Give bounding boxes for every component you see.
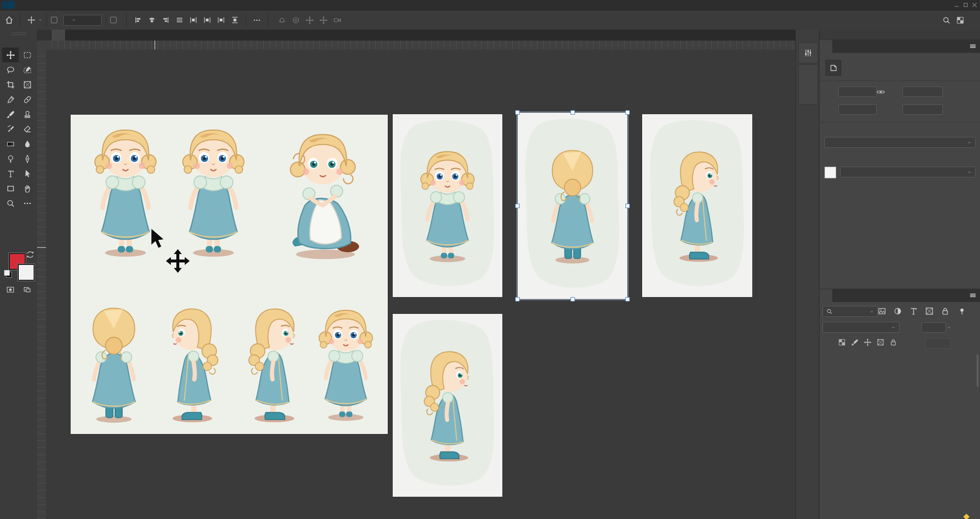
- home-icon[interactable]: [2, 14, 16, 27]
- background-color-swatch[interactable]: [18, 264, 35, 281]
- layer-filter-kind-dropdown[interactable]: [822, 306, 878, 317]
- align-center-horizontal-icon[interactable]: [145, 14, 159, 27]
- filter-smart-object-icon[interactable]: [941, 307, 949, 315]
- maximize-button-icon[interactable]: [963, 2, 968, 7]
- tab-channels[interactable]: [832, 289, 845, 302]
- toolbar-grip[interactable]: [11, 33, 26, 35]
- lock-all-icon[interactable]: [890, 339, 897, 346]
- more-options-icon[interactable]: [250, 14, 264, 27]
- distribute-vertical-icon[interactable]: [228, 14, 242, 27]
- tab-properties[interactable]: [819, 40, 832, 53]
- minimize-button-icon[interactable]: [954, 2, 959, 7]
- panel-menu-icon[interactable]: [969, 292, 977, 299]
- search-icon[interactable]: [939, 14, 953, 27]
- pen-tool[interactable]: [19, 151, 36, 166]
- vertical-ruler[interactable]: [37, 49, 46, 519]
- menu-image[interactable]: [37, 0, 47, 10]
- history-brush-tool[interactable]: [2, 122, 19, 136]
- preset-dropdown[interactable]: [824, 137, 976, 148]
- layers-scrollbar[interactable]: [977, 354, 979, 387]
- selection-handle-ne[interactable]: [625, 110, 630, 115]
- menu-select[interactable]: [69, 0, 80, 10]
- artboard-1[interactable]: [393, 114, 502, 297]
- selection-handle-sw[interactable]: [515, 297, 520, 302]
- filter-type-layers-icon[interactable]: [909, 307, 918, 315]
- tab-untitled-1[interactable]: [37, 30, 51, 41]
- distribute-right-icon[interactable]: [214, 14, 228, 27]
- path-select-tool[interactable]: [19, 166, 36, 181]
- blur-tool[interactable]: [19, 136, 36, 151]
- x-field[interactable]: [838, 104, 877, 115]
- menu-help[interactable]: [134, 0, 145, 10]
- menu-layer[interactable]: [47, 0, 58, 10]
- selection-handle-nw[interactable]: [515, 110, 520, 115]
- marquee-tool[interactable]: [19, 47, 36, 62]
- move-tool-preset-icon[interactable]: [24, 14, 38, 27]
- clone-stamp-tool[interactable]: [19, 107, 36, 122]
- filter-pixel-layers-icon[interactable]: [878, 307, 886, 315]
- tab-paths[interactable]: [845, 289, 858, 302]
- menu-file[interactable]: [15, 0, 26, 10]
- lock-position-icon[interactable]: [864, 339, 871, 346]
- chevron-down-icon[interactable]: [38, 18, 42, 22]
- menu-filter[interactable]: [80, 0, 91, 10]
- artboard-1-copy[interactable]: [518, 113, 627, 299]
- type-tool[interactable]: [2, 166, 19, 181]
- ruler-origin-corner[interactable]: [37, 41, 46, 50]
- auto-select-target-dropdown[interactable]: [63, 15, 102, 26]
- lock-image-pixels-icon[interactable]: [851, 339, 858, 346]
- more-tools[interactable]: [19, 196, 36, 211]
- menu-view[interactable]: [102, 0, 113, 10]
- menu-edit[interactable]: [26, 0, 37, 10]
- filter-shape-layers-icon[interactable]: [925, 307, 934, 315]
- height-field[interactable]: [902, 86, 943, 97]
- show-transform-checkbox[interactable]: [110, 17, 117, 23]
- brush-tool[interactable]: [2, 107, 19, 122]
- align-left-icon[interactable]: [131, 14, 145, 27]
- menu-plugins[interactable]: [113, 0, 123, 10]
- horizontal-ruler[interactable]: [46, 41, 795, 50]
- hand-tool[interactable]: [19, 181, 36, 196]
- chevron-down-icon[interactable]: [947, 325, 951, 330]
- background-color-dropdown[interactable]: [840, 167, 976, 177]
- workspace-switcher-icon[interactable]: [953, 14, 967, 27]
- width-field[interactable]: [838, 86, 877, 97]
- rectangle-tool[interactable]: [2, 181, 19, 196]
- gradient-tool[interactable]: [2, 136, 19, 151]
- artboard-bg-color-swatch[interactable]: [824, 167, 836, 178]
- quick-mask-icon[interactable]: [6, 286, 15, 294]
- selection-handle-e[interactable]: [625, 204, 630, 208]
- selection-handle-n[interactable]: [571, 110, 575, 115]
- filter-toggle-pin-icon[interactable]: [958, 307, 966, 315]
- eraser-tool[interactable]: [19, 122, 36, 136]
- artboard-1-copy-2[interactable]: [642, 114, 752, 297]
- menu-3d[interactable]: [91, 0, 102, 10]
- auto-select-checkbox[interactable]: [51, 17, 57, 23]
- blend-mode-dropdown[interactable]: [822, 322, 899, 333]
- lasso-tool[interactable]: [2, 62, 19, 77]
- distribute-center-horizontal-icon[interactable]: [200, 14, 214, 27]
- lock-artboard-icon[interactable]: [877, 339, 884, 346]
- zoom-tool[interactable]: [2, 196, 19, 211]
- panel-menu-icon[interactable]: [969, 43, 977, 50]
- swap-colors-icon[interactable]: [26, 250, 35, 259]
- tab-adjustments[interactable]: [832, 40, 845, 53]
- healing-brush-tool[interactable]: [19, 92, 36, 107]
- link-dimensions-icon[interactable]: [877, 88, 885, 96]
- selection-handle-s[interactable]: [571, 297, 575, 302]
- align-right-icon[interactable]: [159, 14, 172, 27]
- move-tool[interactable]: [2, 47, 19, 62]
- object-selection-tool[interactable]: [19, 62, 36, 77]
- selection-handle-w[interactable]: [515, 204, 520, 208]
- filter-adjustment-layers-icon[interactable]: [894, 307, 902, 315]
- opacity-field[interactable]: [921, 322, 946, 333]
- tab-character-design[interactable]: [51, 30, 66, 41]
- menu-window[interactable]: [123, 0, 134, 10]
- dodge-tool[interactable]: [2, 151, 19, 166]
- menu-type[interactable]: [58, 0, 69, 10]
- lock-transparent-pixels-icon[interactable]: [838, 339, 846, 346]
- y-field[interactable]: [902, 104, 943, 115]
- reference-artboard[interactable]: [71, 115, 388, 434]
- screen-mode-icon[interactable]: [23, 286, 32, 294]
- selection-handle-se[interactable]: [625, 297, 630, 302]
